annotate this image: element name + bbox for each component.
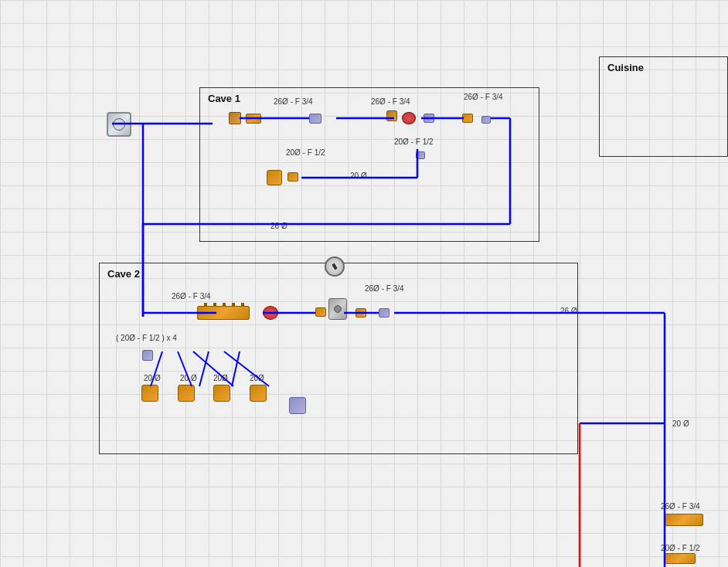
cave1-faucet1 [267,170,282,185]
cuisine-title: Cuisine [607,62,644,73]
label-cave1-26f34-3: 26Ø - F 3/4 [464,93,503,101]
cave2-faucet3 [213,385,230,402]
bottom-fitting2 [665,553,696,564]
cave1-valve1 [402,112,416,124]
water-meter [107,112,131,137]
cave1-bottom-fitting [416,151,425,159]
cave2-faucet4 [250,385,267,402]
cave2-fitting3 [379,308,390,317]
label-20-4: 20Ø [250,374,264,382]
cave1-fitting1 [246,114,261,124]
pressure-gauge [325,256,345,277]
label-cave1-26f34-1: 26Ø - F 3/4 [274,97,313,106]
label-cave2-26f34-1: 26Ø - F 3/4 [172,292,211,300]
cave2-fitting2 [355,308,366,317]
cave2-fitting1 [315,307,326,317]
cave2-device1 [289,397,306,414]
cave1-fitting2 [309,114,321,124]
cave2-box: Cave 2 [99,263,578,454]
label-20-3: 20Ø [213,374,228,382]
cave1-fitting4 [462,114,473,123]
cave2-faucet2 [178,385,195,402]
label-cave2-manifold: ( 20Ø - F 1/2 ) x 4 [116,334,177,342]
label-20-2: 20 Ø [180,374,197,382]
cave1-box: Cave 1 [199,87,539,242]
label-26-right: 26 Ø [560,307,577,315]
cave2-faucet1 [141,385,158,402]
cave2-faucet-small [142,350,153,361]
label-cave1-20: 20 Ø [350,171,367,180]
label-cave1-26f34-2: 26Ø - F 3/4 [371,97,410,106]
cave1-title: Cave 1 [208,93,240,104]
label-cave1-20f12-1: 20Ø - F 1/2 [394,138,434,146]
cave1-fitting3 [424,114,434,123]
cave2-reducer [328,298,347,320]
bottom-fitting1 [665,514,703,526]
label-cave1-20f12-2: 20Ø - F 1/2 [286,148,325,157]
cave1-tee1 [229,112,241,124]
label-cave2-26f34-2: 26Ø - F 3/4 [365,284,404,293]
cave2-manifold [197,306,250,320]
label-26-bottom: 26 Ø [270,222,287,230]
cuisine-box: Cuisine [599,56,728,157]
cave2-valve1 [263,306,278,320]
cave1-endcap [481,116,491,124]
cave1-tee2 [386,110,397,121]
label-bottom-26f34: 26Ø - F 3/4 [661,502,700,511]
label-bottom-20f12: 20Ø - F 1/2 [661,544,700,552]
cave2-title: Cave 2 [107,268,140,280]
cave1-faucet-fitting [287,172,298,182]
label-20-right: 20 Ø [672,419,689,428]
label-20-1: 20 Ø [144,374,161,382]
